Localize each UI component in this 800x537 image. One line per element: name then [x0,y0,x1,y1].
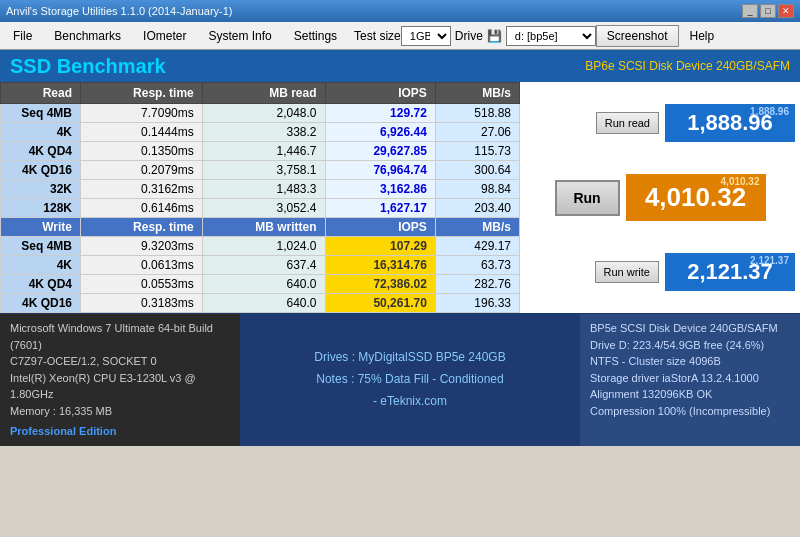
write-col-mbs: MB/s [435,218,519,237]
write-row-label: 4K QD16 [1,294,81,313]
info-center-line1: Drives : MyDigitalSSD BP5e 240GB [314,347,505,369]
write-row-iops: 72,386.02 [325,275,435,294]
info-left: Microsoft Windows 7 Ultimate 64-bit Buil… [0,314,240,446]
write-row-iops: 16,314.76 [325,256,435,275]
write-table-row: 4K 0.0613ms 637.4 16,314.76 63.73 [1,256,520,275]
write-row-mbs: 63.73 [435,256,519,275]
drive-selector-group: Drive 💾 d: [bp5e] [455,26,596,46]
write-table-row: 4K QD4 0.0553ms 640.0 72,386.02 282.76 [1,275,520,294]
write-row-mb: 637.4 [202,256,325,275]
drive-select[interactable]: d: [bp5e] [506,26,596,46]
info-left-line3: Intel(R) Xeon(R) CPU E3-1230L v3 @ 1.80G… [10,370,230,403]
read-row-mb: 3,052.4 [202,199,325,218]
info-right-line: Drive D: 223.4/54.9GB free (24.6%) [590,337,790,354]
benchmark-table: Read Resp. time MB read IOPS MB/s Seq 4M… [0,82,520,313]
read-table-row: 4K 0.1444ms 338.2 6,926.44 27.06 [1,123,520,142]
read-table-row: Seq 4MB 7.7090ms 2,048.0 129.72 518.88 [1,104,520,123]
score-panel: Run read 1,888.96 1,888.96 Run 4,010.32 … [520,82,800,313]
read-row-mb: 1,483.3 [202,180,325,199]
write-row-resp: 0.0613ms [81,256,203,275]
info-center-line2: Notes : 75% Data Fill - Conditioned [314,369,505,391]
write-row-mbs: 196.33 [435,294,519,313]
write-row-resp: 0.3183ms [81,294,203,313]
read-row-resp: 0.6146ms [81,199,203,218]
maximize-button[interactable]: □ [760,4,776,18]
info-right-line: Compression 100% (Incompressible) [590,403,790,420]
read-row-label: 32K [1,180,81,199]
info-right-line: NTFS - Cluster size 4096B [590,353,790,370]
screenshot-button[interactable]: Screenshot [596,25,679,47]
write-row-label: 4K QD4 [1,275,81,294]
close-button[interactable]: ✕ [778,4,794,18]
write-table-body: Seq 4MB 9.3203ms 1,024.0 107.29 429.17 4… [1,237,520,313]
write-col-iops: IOPS [325,218,435,237]
read-row-mbs: 203.40 [435,199,519,218]
write-row-mbs: 429.17 [435,237,519,256]
info-left-line1: Microsoft Windows 7 Ultimate 64-bit Buil… [10,320,230,353]
info-left-line2: C7Z97-OCEE/1.2, SOCKET 0 [10,353,230,370]
run-write-button[interactable]: Run write [595,261,659,283]
read-row-mbs: 98.84 [435,180,519,199]
write-score-small: 2,121.37 [750,255,789,266]
drive-icon: 💾 [487,29,502,43]
read-row-label: 4K QD16 [1,161,81,180]
write-header-row: Write Resp. time MB written IOPS MB/s [1,218,520,237]
col-resptime: Resp. time [81,83,203,104]
col-mbs: MB/s [435,83,519,104]
read-row-iops: 76,964.74 [325,161,435,180]
write-score-box: 2,121.37 2,121.37 [665,253,795,291]
info-left-line4: Memory : 16,335 MB [10,403,230,420]
info-right-line: BP5e SCSI Disk Device 240GB/SAFM [590,320,790,337]
menu-settings[interactable]: Settings [283,24,348,48]
menu-help[interactable]: Help [679,24,726,48]
write-row-mb: 640.0 [202,275,325,294]
run-read-button[interactable]: Run read [596,112,659,134]
col-iops: IOPS [325,83,435,104]
write-col-resp: Resp. time [81,218,203,237]
write-row-mb: 640.0 [202,294,325,313]
write-row-resp: 9.3203ms [81,237,203,256]
read-row-resp: 0.1350ms [81,142,203,161]
write-row-iops: 107.29 [325,237,435,256]
info-center-content: Drives : MyDigitalSSD BP5e 240GB Notes :… [314,347,505,412]
read-row-mbs: 115.73 [435,142,519,161]
total-score-small: 4,010.32 [721,176,760,187]
table-area: Read Resp. time MB read IOPS MB/s Seq 4M… [0,82,800,313]
read-row-mb: 3,758.1 [202,161,325,180]
info-right-line: Alignment 132096KB OK [590,386,790,403]
info-right: BP5e SCSI Disk Device 240GB/SAFMDrive D:… [580,314,800,446]
read-table-row: 4K QD16 0.2079ms 3,758.1 76,964.74 300.6… [1,161,520,180]
menu-systeminfo[interactable]: System Info [197,24,282,48]
run-button[interactable]: Run [555,180,620,216]
read-row-mbs: 27.06 [435,123,519,142]
col-read: Read [1,83,81,104]
read-row-iops: 1,627.17 [325,199,435,218]
menubar: File Benchmarks IOmeter System Info Sett… [0,22,800,50]
benchmark-title: SSD Benchmark [10,55,166,78]
menu-iometer[interactable]: IOmeter [132,24,197,48]
read-row-mb: 2,048.0 [202,104,325,123]
write-row-mbs: 282.76 [435,275,519,294]
col-mbread: MB read [202,83,325,104]
pro-edition-label: Professional Edition [10,423,230,440]
read-row-mbs: 300.64 [435,161,519,180]
menu-file[interactable]: File [2,24,43,48]
write-table-row: Seq 4MB 9.3203ms 1,024.0 107.29 429.17 [1,237,520,256]
menu-benchmarks[interactable]: Benchmarks [43,24,132,48]
drive-label: Drive [455,29,483,43]
test-size-label: Test size [354,29,401,43]
write-col-label: Write [1,218,81,237]
write-row-label: 4K [1,256,81,275]
write-row-resp: 0.0553ms [81,275,203,294]
titlebar: Anvil's Storage Utilities 1.1.0 (2014-Ja… [0,0,800,22]
info-bar: Microsoft Windows 7 Ultimate 64-bit Buil… [0,313,800,446]
read-row-label: 4K [1,123,81,142]
read-row-label: 4K QD4 [1,142,81,161]
info-right-line: Storage driver iaStorA 13.2.4.1000 [590,370,790,387]
info-center-line3: - eTeknix.com [314,391,505,413]
read-table-row: 4K QD4 0.1350ms 1,446.7 29,627.85 115.73 [1,142,520,161]
write-row-iops: 50,261.70 [325,294,435,313]
minimize-button[interactable]: _ [742,4,758,18]
read-score-box: 1,888.96 1,888.96 [665,104,795,142]
test-size-select[interactable]: 1GB 4GB [401,26,451,46]
